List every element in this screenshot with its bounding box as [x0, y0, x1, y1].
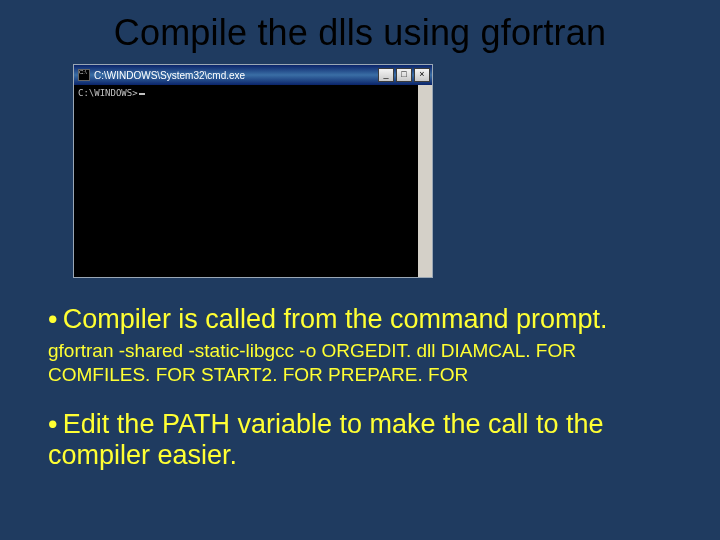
close-icon[interactable]: × — [414, 68, 430, 82]
bullet-2: •Edit the PATH variable to make the call… — [48, 409, 666, 471]
cmd-window: C:\WINDOWS\System32\cmd.exe _ □ × C:\WIN… — [73, 64, 433, 278]
bullet-1-text: Compiler is called from the command prom… — [63, 304, 608, 334]
bullet-dot-icon: • — [48, 409, 63, 440]
cmd-cursor-icon — [139, 93, 145, 95]
minimize-icon[interactable]: _ — [378, 68, 394, 82]
maximize-icon[interactable]: □ — [396, 68, 412, 82]
scrollbar-up-icon[interactable]: ▴ — [418, 85, 432, 99]
cmd-app-icon — [78, 69, 90, 81]
bullet-dot-icon: • — [48, 304, 63, 335]
cmd-title-text: C:\WINDOWS\System32\cmd.exe — [94, 70, 378, 81]
scrollbar-down-icon[interactable]: ▾ — [418, 263, 432, 277]
bullet-1: •Compiler is called from the command pro… — [48, 304, 666, 335]
cmd-window-controls: _ □ × — [378, 68, 430, 82]
cmd-prompt: C:\WINDOWS> — [78, 88, 138, 98]
cmd-body: C:\WINDOWS> ▴ ▾ — [74, 85, 432, 277]
cmd-titlebar: C:\WINDOWS\System32\cmd.exe _ □ × — [74, 65, 432, 85]
slide-title: Compile the dlls using gfortran — [48, 12, 672, 54]
compiler-command: gfortran -shared -static-libgcc -o ORGED… — [48, 339, 666, 387]
bullet-2-text: Edit the PATH variable to make the call … — [48, 409, 604, 470]
